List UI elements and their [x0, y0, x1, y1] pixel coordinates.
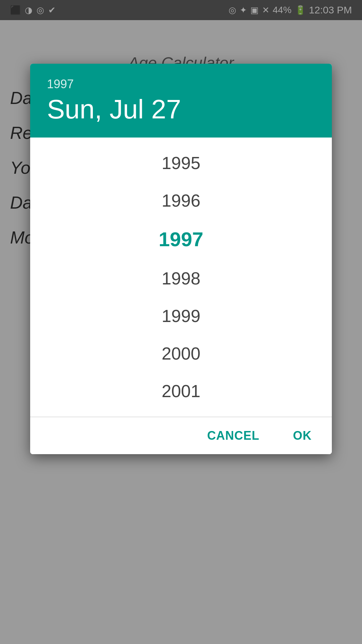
- year-item-2001[interactable]: 2001: [30, 372, 332, 410]
- year-item-2000[interactable]: 2000: [30, 335, 332, 372]
- year-item-1997[interactable]: 1997: [30, 219, 332, 260]
- year-item-1996[interactable]: 1996: [30, 182, 332, 219]
- dialog-header: 1997 Sun, Jul 27: [30, 64, 332, 138]
- date-picker-dialog: 1997 Sun, Jul 27 1995 1996 1997 1998 199…: [30, 64, 332, 454]
- dialog-selected-date: Sun, Jul 27: [47, 95, 315, 124]
- year-item-1998[interactable]: 1998: [30, 260, 332, 297]
- year-item-1999[interactable]: 1999: [30, 297, 332, 335]
- dialog-selected-year: 1997: [47, 77, 315, 91]
- year-list[interactable]: 1995 1996 1997 1998 1999 2000 2001: [30, 138, 332, 417]
- cancel-button[interactable]: CANCEL: [200, 425, 266, 446]
- ok-button[interactable]: OK: [286, 425, 318, 446]
- dialog-buttons: CANCEL OK: [30, 417, 332, 454]
- year-item-1995[interactable]: 1995: [30, 144, 332, 182]
